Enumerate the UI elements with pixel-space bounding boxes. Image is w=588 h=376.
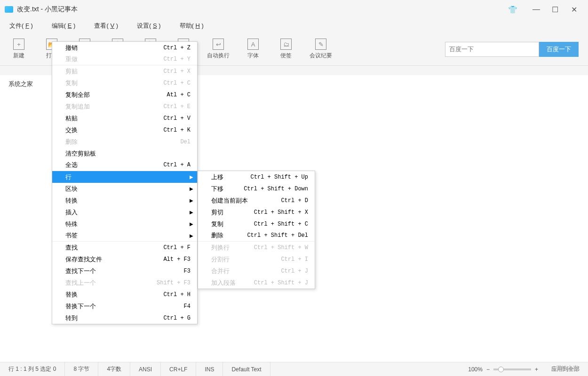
watermark: 系统之家 (556, 364, 579, 372)
menu-item[interactable]: 书签▶ (52, 230, 197, 242)
menu-item-label: 撤销 (65, 44, 78, 52)
menu-item[interactable]: 清空剪贴板 (52, 148, 197, 159)
menu-item-label: 复制追加 (65, 102, 90, 111)
tool-9[interactable]: ✎会议纪要 (310, 39, 332, 60)
menu-item: 查找上一个Shift + F3 (52, 277, 197, 289)
menu-v[interactable]: 查看( V ) (94, 22, 118, 30)
menu-item-label: 区块 (65, 185, 78, 193)
menubar: 文件( F )编辑( E )查看( V )设置( S )帮助( H ) (0, 19, 588, 33)
menu-item[interactable]: 复制全部Atl + C (52, 89, 197, 101)
menu-item[interactable]: 复制Ctrl + Shift + C (198, 218, 315, 230)
submenu-arrow-icon: ▶ (190, 221, 193, 227)
menu-item-shortcut: Ctrl + Y (163, 56, 191, 63)
tool-icon: ✎ (315, 39, 326, 50)
menu-item-shortcut: Ctrl + G (163, 315, 191, 321)
tool-7[interactable]: A字体 (244, 39, 262, 60)
tool-8[interactable]: 🗂便签 (277, 39, 295, 60)
menu-item-shortcut: Ctrl + Shift + C (254, 221, 308, 227)
menu-item-label: 转换 (65, 196, 78, 205)
menu-item[interactable]: 上移Ctrl + Shift + Up (198, 171, 315, 183)
menu-item-label: 剪切 (211, 208, 223, 217)
tool-6[interactable]: ↩自动换行 (207, 39, 230, 60)
menu-item[interactable]: 全选Ctrl + A (52, 159, 197, 171)
menu-item[interactable]: 保存查找文件Alt + F3 (52, 253, 197, 265)
tshirt-icon[interactable]: 👕 (508, 5, 517, 14)
submenu-arrow-icon: ▶ (190, 186, 193, 191)
menu-f[interactable]: 文件( F ) (9, 22, 33, 30)
menu-item-shortcut: Ctrl + X (163, 68, 191, 75)
submenu-arrow-icon: ▶ (190, 198, 193, 203)
menu-item[interactable]: 粘贴Ctrl + V (52, 112, 197, 124)
menu-item[interactable]: 特殊▶ (52, 218, 197, 230)
tool-0[interactable]: +新建 (9, 39, 28, 60)
menu-item[interactable]: 转换▶ (52, 195, 197, 206)
menu-item: 重做Ctrl + Y (52, 54, 197, 65)
menu-item-shortcut: Ctrl + J (281, 268, 308, 274)
menu-item[interactable]: 查找Ctrl + F (52, 242, 197, 253)
zoom-slider[interactable] (493, 368, 531, 370)
menu-item-shortcut: Ctrl + I (281, 256, 308, 263)
menu-item-shortcut: Ctrl + H (163, 291, 191, 298)
search-button[interactable]: 百度一下 (539, 42, 579, 57)
minimize-button[interactable]: — (527, 5, 546, 14)
menu-item[interactable]: 下移Ctrl + Shift + Down (198, 183, 315, 195)
status-lang[interactable]: Default Text (223, 362, 270, 376)
menu-item-shortcut: Atl + C (167, 92, 191, 98)
menu-item-label: 保存查找文件 (65, 255, 102, 264)
menu-s[interactable]: 设置( S ) (137, 22, 161, 30)
tool-label: 字体 (247, 52, 259, 60)
submenu-arrow-icon: ▶ (190, 174, 193, 180)
menu-e[interactable]: 编辑( E ) (52, 22, 76, 30)
zoom-out-icon[interactable]: − (486, 366, 490, 373)
menu-item-shortcut: Ctrl + E (163, 103, 191, 110)
menu-item: 分割行Ctrl + I (198, 253, 315, 265)
menu-item-shortcut: Alt + F3 (163, 256, 191, 263)
close-button[interactable]: ✕ (564, 5, 583, 14)
menu-item[interactable]: 交换Ctrl + K (52, 124, 197, 136)
menu-item: 列换行Ctrl + Shift + W (198, 242, 315, 253)
maximize-button[interactable]: ☐ (546, 5, 564, 14)
menu-item-label: 删除 (65, 138, 78, 146)
menu-item[interactable]: 查找下一个F3 (52, 265, 197, 277)
menu-h[interactable]: 帮助( H ) (180, 22, 204, 30)
status-insert[interactable]: INS (196, 362, 223, 376)
status-chars: 4字数 (98, 362, 130, 376)
menu-item-label: 转到 (65, 314, 78, 322)
menu-item[interactable]: 行▶ (52, 171, 197, 183)
status-eol[interactable]: CR+LF (161, 362, 196, 376)
window-title: 改变.txt - 小黑记事本 (17, 5, 508, 14)
menu-item[interactable]: 创建当前副本Ctrl + D (198, 195, 315, 206)
search-input[interactable] (445, 42, 539, 57)
tool-label: 新建 (13, 52, 24, 60)
menu-item: 剪贴Ctrl + X (52, 65, 197, 77)
menu-item-label: 书签 (65, 231, 78, 240)
menu-item-shortcut: Ctrl + Z (163, 45, 191, 51)
menu-item: 删除Del (52, 136, 197, 148)
menu-item-shortcut: Ctrl + Shift + X (254, 209, 308, 216)
menu-item[interactable]: 替换下一个F4 (52, 300, 197, 312)
status-bytes: 8 字节 (65, 362, 98, 376)
menu-item-shortcut: Ctrl + Shift + Del (247, 232, 308, 239)
menu-item[interactable]: 撤销Ctrl + Z (52, 42, 197, 54)
zoom-in-icon[interactable]: + (535, 366, 538, 373)
menu-item-label: 查找上一个 (65, 279, 96, 287)
menu-item[interactable]: 区块▶ (52, 183, 197, 195)
status-position: 行 1 : 1 列 5 选定 0 (0, 362, 65, 376)
zoom-control[interactable]: 100% − + (463, 366, 543, 373)
menu-item-label: 替换 (65, 290, 78, 299)
menu-item[interactable]: 删除Ctrl + Shift + Del (198, 230, 315, 242)
menu-item: 复制Ctrl + C (52, 77, 197, 89)
status-encoding[interactable]: ANSI (130, 362, 161, 376)
menu-item-label: 特殊 (65, 220, 78, 228)
menu-item-shortcut: Ctrl + V (163, 115, 191, 122)
menu-item-label: 粘贴 (65, 114, 78, 123)
menu-item[interactable]: 插入▶ (52, 206, 197, 218)
tool-icon: ↩ (213, 39, 224, 50)
menu-item[interactable]: 转到Ctrl + G (52, 312, 197, 324)
menu-item[interactable]: 替换Ctrl + H (52, 289, 197, 300)
menu-item: 加入段落Ctrl + Shift + J (198, 277, 315, 289)
menu-item[interactable]: 剪切Ctrl + Shift + X (198, 206, 315, 218)
menu-item-shortcut: Ctrl + D (281, 197, 308, 204)
editor-text: 系统之家 (8, 80, 33, 87)
menu-item-shortcut: Ctrl + Shift + W (254, 244, 308, 251)
